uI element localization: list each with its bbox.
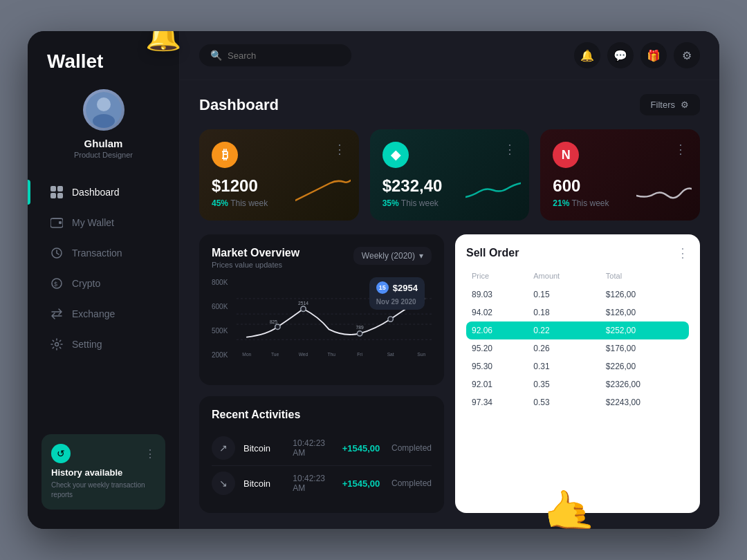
bell-icon: 🔔 — [145, 31, 181, 53]
tooltip-badge: 15 — [376, 281, 389, 294]
svg-point-20 — [388, 317, 393, 321]
btc-card-top: ₿ ⋮ — [212, 142, 347, 168]
sidebar-label-wallet: My Wallet — [72, 217, 114, 228]
dashboard-header: Dashboard Filters ⚙ — [199, 94, 700, 115]
activities-title: Recent Activities — [212, 409, 432, 421]
avatar-svg — [86, 92, 122, 128]
activity-amount-1: +1545,00 — [342, 443, 383, 454]
btc-period: This week — [230, 198, 268, 208]
notification-button[interactable]: 🔔 — [574, 42, 600, 68]
sell-order-row[interactable]: 92.01 0.35 $2326,00 — [466, 375, 689, 393]
tooltip-amount: $2954 — [393, 283, 418, 293]
sidebar: Wallet Ghulam Product Designer Das — [28, 31, 180, 529]
avatar-image — [86, 92, 122, 128]
activity-name-1: Bitcoin — [243, 443, 284, 454]
svg-point-17 — [275, 324, 280, 329]
tooltip-date: Nov 29 2020 — [376, 298, 416, 306]
sell-order-table: Price Amount Total 89.03 0.15 $126,00 94… — [466, 269, 689, 411]
sell-total-5: $2326,00 — [600, 375, 689, 393]
eth-period: This week — [401, 198, 439, 208]
exchange-icon — [50, 307, 64, 321]
svg-text:Sun: Sun — [417, 352, 425, 357]
activity-name-2: Bitcoin — [243, 478, 284, 489]
sell-amount-0: 0.15 — [528, 286, 600, 304]
sell-amount-3: 0.26 — [528, 339, 600, 357]
btc-card-menu[interactable]: ⋮ — [333, 142, 347, 157]
sidebar-item-dashboard[interactable]: Dashboard — [42, 178, 165, 206]
sell-total-1: $126,00 — [600, 304, 689, 321]
sidebar-label-dashboard: Dashboard — [72, 187, 120, 198]
message-button[interactable]: 💬 — [607, 42, 634, 68]
sell-price-0: 89.03 — [466, 286, 528, 304]
weekly-filter-button[interactable]: Weekly (2020) ▾ — [353, 247, 432, 265]
activity-row-2: ↘ Bitcoin 10:42:23 AM +1545,00 Completed — [212, 466, 432, 501]
sidebar-label-crypto: Crypto — [72, 278, 100, 289]
main-content: 🔍 🔔 💬 🎁 ⚙ Dashboard Filters ⚙ — [180, 31, 719, 529]
btc-card[interactable]: ₿ ⋮ $1200 45% This week — [199, 129, 359, 221]
eth-card-menu[interactable]: ⋮ — [504, 142, 517, 157]
transaction-icon — [50, 246, 64, 260]
svg-text:825: 825 — [270, 319, 277, 324]
sell-price-6: 97.34 — [466, 393, 528, 411]
y-label-800k: 800K — [212, 279, 237, 286]
sidebar-item-exchange[interactable]: Exchange — [42, 300, 165, 328]
sidebar-label-exchange: Exchange — [72, 308, 115, 319]
activity-icon-1: ↗ — [212, 436, 235, 460]
search-input[interactable] — [228, 50, 340, 61]
filters-button[interactable]: Filters ⚙ — [640, 94, 700, 115]
svg-text:Tue: Tue — [271, 352, 279, 357]
svg-rect-3 — [50, 186, 56, 192]
sell-amount-4: 0.31 — [528, 357, 600, 375]
history-card[interactable]: ↺ ⋮ History available Check your weekly … — [42, 434, 165, 510]
activity-status-1: Completed — [391, 443, 432, 453]
header-actions: 🔔 💬 🎁 ⚙ — [574, 42, 700, 68]
gift-button[interactable]: 🎁 — [640, 42, 667, 68]
user-role: Product Designer — [74, 151, 133, 159]
btc-percent: 45% — [212, 198, 228, 208]
sell-order-row[interactable]: 92.06 0.22 $252,00 — [466, 321, 689, 339]
nem-percent: 21% — [553, 198, 569, 208]
bottom-row: Market Overview Prices value updates Wee… — [199, 234, 700, 513]
sell-order-section: Sell Order ⋮ Price Amount Total — [455, 234, 700, 513]
btc-coin-icon: ₿ — [212, 142, 238, 168]
sell-order-row[interactable]: 95.30 0.31 $226,00 — [466, 357, 689, 375]
sell-menu-icon[interactable]: ⋮ — [676, 245, 689, 261]
filters-label: Filters — [651, 100, 675, 110]
search-icon: 🔍 — [210, 50, 222, 61]
sidebar-title: Wallet — [42, 50, 165, 73]
btc-sparkline — [295, 176, 351, 207]
avatar — [83, 89, 124, 131]
sell-order-row[interactable]: 95.20 0.26 $176,00 — [466, 339, 689, 357]
activity-time-2: 10:42:23 AM — [293, 474, 333, 493]
header: 🔍 🔔 💬 🎁 ⚙ — [180, 31, 719, 80]
settings-button[interactable]: ⚙ — [674, 42, 700, 68]
sidebar-item-transaction[interactable]: Transaction — [42, 239, 165, 267]
sell-order-row[interactable]: 94.02 0.18 $126,00 — [466, 304, 689, 321]
nem-card[interactable]: N ⋮ 600 21% This week — [540, 129, 700, 221]
dashboard-icon — [50, 185, 64, 199]
y-label-500k: 500K — [212, 327, 237, 335]
sell-total-0: $126,00 — [600, 286, 689, 304]
market-subtitle: Prices value updates — [212, 261, 299, 269]
activity-status-2: Completed — [391, 478, 432, 488]
sidebar-item-crypto[interactable]: $ Crypto — [42, 270, 165, 297]
nem-card-menu[interactable]: ⋮ — [674, 142, 688, 157]
sell-order-row[interactable]: 97.34 0.53 $2243,00 — [466, 393, 689, 411]
search-bar[interactable]: 🔍 — [199, 44, 351, 66]
history-menu-icon[interactable]: ⋮ — [145, 447, 156, 460]
svg-rect-8 — [59, 221, 62, 224]
sell-total-3: $176,00 — [600, 339, 689, 357]
history-title: History available — [51, 467, 156, 478]
sidebar-item-setting[interactable]: Setting — [42, 330, 165, 358]
sell-total-4: $226,00 — [600, 357, 689, 375]
col-total: Total — [600, 269, 689, 286]
sidebar-item-wallet[interactable]: My Wallet — [42, 209, 165, 236]
eth-card[interactable]: ◆ ⋮ $232,40 35% This week — [370, 129, 530, 221]
wallet-icon — [50, 216, 64, 230]
nav-menu: Dashboard My Wallet Transaction $ Crypto — [42, 178, 165, 434]
svg-rect-6 — [57, 193, 63, 198]
sell-amount-6: 0.53 — [528, 393, 600, 411]
sell-order-row[interactable]: 89.03 0.15 $126,00 — [466, 286, 689, 304]
svg-text:Mon: Mon — [242, 352, 251, 357]
svg-point-18 — [301, 306, 306, 311]
